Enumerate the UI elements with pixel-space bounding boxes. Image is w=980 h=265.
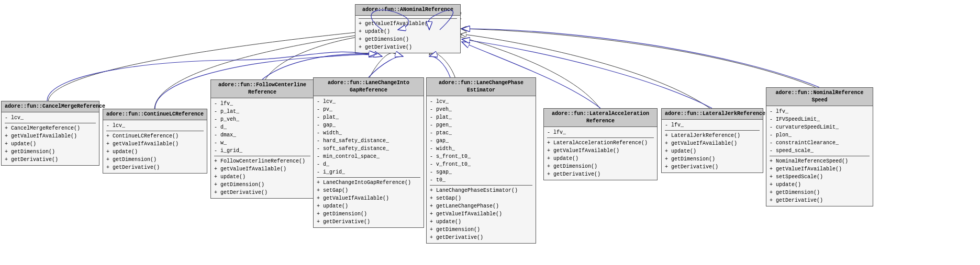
box-cancelmerge-header: adore::fun::CancelMergeReference [2,101,99,112]
box-lanechangephase: adore::fun::LaneChangePhaseEstimator - l… [426,77,536,244]
box-anominalreference-body: + getValueIfAvailable() + update() + get… [355,16,460,53]
box-lateralaccel: adore::fun::LateralAccelerationReference… [543,108,658,180]
box-lanechangeintogap-body: - lcv_ - pv_ - plat_ - gap_ - width_ - h… [314,96,424,227]
box-followcenterline-body: - lfv_ - p_lat_ - p_veh_ - d_ - dmax_ - … [211,98,314,198]
box-lateraljerk: adore::fun::LateralJerkReference - lfv_ … [661,108,763,173]
box-lanechangephase-body: - lcv_ - pveh_ - plat_ - pgen_ - ptac_ -… [427,96,536,243]
box-continueLCref-body: - lcv_ + ContinueLCReference() + getValu… [103,120,207,173]
box-nominalrefspeed-body: - lfv_ - IFVSpeedLimit_ - curvatureSpeed… [766,106,873,206]
box-cancelmerge: adore::fun::CancelMergeReference - lcv_ … [1,101,99,166]
box-lanechangeintogap-header: adore::fun::LaneChangeIntoGapReference [314,78,424,96]
box-lateraljerk-header: adore::fun::LateralJerkReference [662,109,763,120]
box-followcenterline: adore::fun::FollowCenterlineReference - … [210,79,314,199]
box-cancelmerge-body: - lcv_ + CancelMergeReference() + getVal… [2,112,99,165]
box-continueLCref-header: adore::fun::ContinueLCReference [103,109,207,120]
box-lateralaccel-body: - lfv_ + LateralAccelerationReference() … [544,127,657,180]
box-lanechangephase-header: adore::fun::LaneChangePhaseEstimator [427,78,536,96]
box-anominalreference-header: adore::fun::ANominalReference [355,5,460,16]
box-anominalreference: adore::fun::ANominalReference + getValue… [355,4,461,53]
box-lanechangeintogap: adore::fun::LaneChangeIntoGapReference -… [313,77,424,228]
box-nominalrefspeed: adore::fun::NominalReferenceSpeed - lfv_… [766,87,873,206]
box-nominalrefspeed-header: adore::fun::NominalReferenceSpeed [766,88,873,106]
box-followcenterline-header: adore::fun::FollowCenterlineReference [211,80,314,98]
box-lateraljerk-body: - lfv_ + LateralJerkReference() + getVal… [662,120,763,172]
box-lateralaccel-header: adore::fun::LateralAccelerationReference [544,109,657,127]
diagram-container: adore::fun::ANominalReference + getValue… [0,0,980,265]
box-continueLCref: adore::fun::ContinueLCReference - lcv_ +… [103,109,207,174]
